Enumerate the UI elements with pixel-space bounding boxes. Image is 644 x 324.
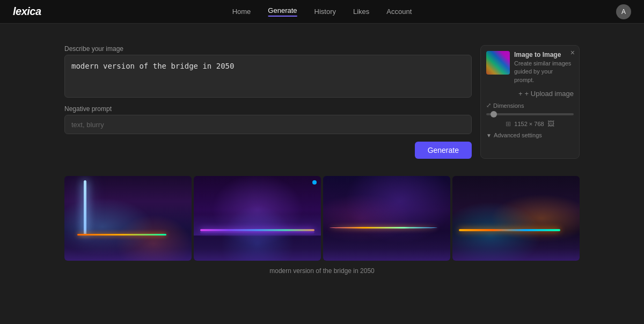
generate-button[interactable]: Generate [415,142,472,159]
logo[interactable]: lexica [13,5,41,18]
avatar[interactable]: A [616,4,631,19]
close-button[interactable]: × [570,49,575,56]
prompt-field: Describe your image [64,45,472,100]
image-to-image-panel: × Image to Image Create similar images g… [480,45,580,159]
gallery-section: modern version of the bridge in 2050 [64,176,580,275]
prompt-label: Describe your image [64,45,472,53]
gallery-item-2[interactable] [194,176,321,261]
dimensions-value: 1152 × 768 [514,121,544,127]
img2img-desc: Create similar images guided by your pro… [514,60,574,84]
slider-track[interactable] [486,113,574,115]
img2img-info: Image to Image Create similar images gui… [514,51,574,84]
negative-input[interactable] [64,115,472,134]
prompt-textarea[interactable] [64,55,472,98]
gallery-caption: modern version of the bridge in 2050 [269,267,374,275]
upload-icon: + [518,90,523,98]
gallery-item-3[interactable] [323,176,450,261]
image-icon: 🖼 [547,120,554,128]
img2img-title: Image to Image [514,51,574,58]
chevron-down-icon: ▼ [486,132,492,138]
dimensions-display: ⊞ 1152 × 768 🖼 [486,120,574,128]
img2img-thumbnail [486,51,510,75]
reflection-2 [194,231,321,261]
gallery-item-1[interactable] [64,176,192,261]
gallery-item-4[interactable] [452,176,580,261]
advanced-label: Advanced settings [494,132,542,138]
advanced-settings[interactable]: ▼ Advanced settings [486,132,574,138]
upload-button[interactable]: + + Upload image [486,90,574,98]
nav-link-account[interactable]: Account [386,8,412,16]
dimensions-label: Dimensions [493,102,524,109]
nav-link-home[interactable]: Home [232,8,251,16]
upload-label: + Upload image [525,90,574,98]
nav-link-likes[interactable]: Likes [353,8,369,16]
nav-link-history[interactable]: History [314,8,336,16]
img2img-header: Image to Image Create similar images gui… [486,51,574,84]
dimensions-row: ⤢ Dimensions [486,102,574,109]
resolution-icon: ⊞ [506,120,511,128]
nav-links: Home Generate History Likes Account [232,6,412,17]
negative-label: Negative prompt [64,105,472,113]
negative-field: Negative prompt [64,105,472,134]
main-content: Describe your image Negative prompt Gene… [0,24,644,285]
navbar: lexica Home Generate History Likes Accou… [0,0,644,24]
reflection-1 [64,231,192,261]
slider-thumb[interactable] [491,111,497,117]
reflection-3 [323,231,450,261]
active-dot [312,180,317,185]
slider-row[interactable] [486,113,574,115]
left-panel: Describe your image Negative prompt Gene… [64,45,472,159]
nav-link-generate[interactable]: Generate [268,6,297,17]
resize-icon: ⤢ [486,102,491,109]
reflection-4 [452,231,580,261]
gallery-grid [64,176,580,261]
form-section: Describe your image Negative prompt Gene… [64,45,580,159]
